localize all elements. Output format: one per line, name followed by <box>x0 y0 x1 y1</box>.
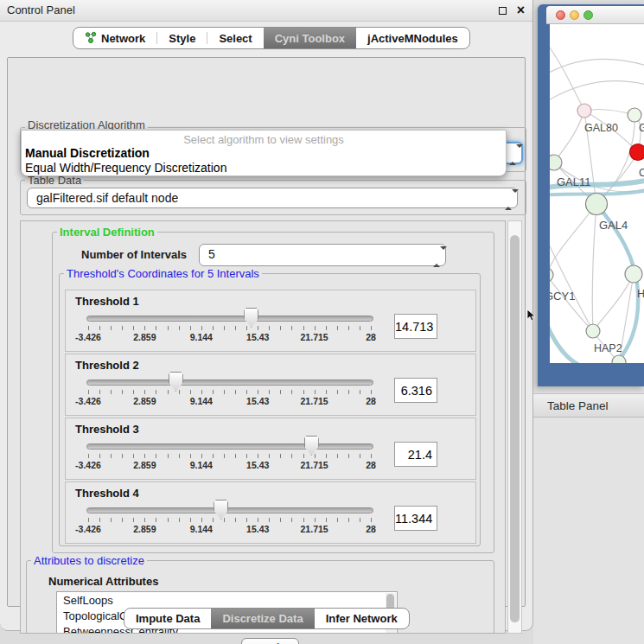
red-node[interactable] <box>630 144 644 161</box>
slider-tick <box>133 518 134 522</box>
tab-style[interactable]: Style <box>157 28 207 48</box>
tab-jactivemnodules[interactable]: jActiveMNodules <box>356 28 469 48</box>
edge[interactable] <box>592 204 596 331</box>
left-node[interactable] <box>550 155 562 170</box>
threshold-4-slider-thumb[interactable] <box>214 500 228 520</box>
list-item-selfloops[interactable]: SelfLoops <box>57 592 397 608</box>
right-node[interactable] <box>625 265 642 283</box>
control-panel-titlebar: Control Panel × <box>0 0 532 22</box>
slider-tick <box>348 454 349 458</box>
slider-tick <box>190 518 191 522</box>
tab-cyni-toolbox[interactable]: Cyni Toolbox <box>264 28 356 48</box>
slider-tick <box>224 326 225 330</box>
edge[interactable] <box>550 59 644 76</box>
slider-tick <box>360 518 360 522</box>
slider-tick-label: 15.43 <box>246 460 269 470</box>
slider-tick <box>190 390 191 394</box>
float-window-icon[interactable] <box>499 7 507 15</box>
node-label-gal11: GAL11 <box>557 175 591 188</box>
edge[interactable] <box>593 274 634 331</box>
threshold-4-slider-track[interactable] <box>86 507 373 513</box>
slider-tick <box>235 390 236 394</box>
edge[interactable] <box>550 275 593 331</box>
slider-tick <box>246 326 247 330</box>
slider-tick <box>111 454 112 458</box>
threshold-1-slider-thumb[interactable] <box>244 308 258 328</box>
node-label-gal80: GAL80 <box>584 122 618 134</box>
slider-tick-label: 2.859 <box>133 332 156 342</box>
control-panel-title: Control Panel <box>7 3 75 16</box>
number-of-intervals-combobox[interactable]: 5 <box>199 244 446 266</box>
network-canvas[interactable]: GAL80GCGAL11GAL4GCY1HHAP2 <box>550 24 644 363</box>
network-window-titlebar[interactable] <box>546 6 644 24</box>
slider-tick <box>315 390 316 394</box>
slider-tick <box>326 326 327 330</box>
stepper-icon <box>509 148 515 158</box>
threshold-3-slider-thumb[interactable] <box>304 436 319 456</box>
bottom-tab-discretize-data[interactable]: Discretize Data <box>211 609 314 628</box>
popup-item-manual-discretization[interactable]: Manual Discretization <box>22 146 506 161</box>
slider-tick-label: 21.715 <box>301 396 328 406</box>
edge[interactable] <box>554 111 584 163</box>
bottom-tab-impute-data[interactable]: Impute Data <box>124 609 211 628</box>
edge[interactable] <box>550 41 584 111</box>
top-right-node[interactable] <box>628 108 641 122</box>
slider-tick <box>201 454 202 458</box>
slider-tick <box>133 454 134 458</box>
close-traffic-light-icon[interactable] <box>556 10 565 20</box>
network-icon <box>85 31 97 46</box>
slider-tick <box>190 454 191 458</box>
edge[interactable] <box>584 109 634 115</box>
tab-network[interactable]: Network <box>73 28 156 48</box>
slider-tick <box>326 518 327 522</box>
edge[interactable] <box>550 232 593 331</box>
threshold-3-slider-track[interactable] <box>86 443 373 450</box>
popup-hint-item[interactable]: Select algorithm to view settings <box>22 131 506 146</box>
slider-tick <box>235 454 236 458</box>
edge[interactable] <box>550 81 644 104</box>
threshold-1-slider-track[interactable] <box>86 316 373 322</box>
vertical-scrollbar[interactable] <box>507 220 522 634</box>
slider-tick <box>269 518 270 522</box>
hap2-node[interactable] <box>586 324 600 338</box>
table-panel-title: Table Panel <box>547 399 609 412</box>
slider-tick-label: 28 <box>366 460 376 470</box>
popup-item-equal-width-frequency[interactable]: Equal Width/Frequency Discretization <box>22 161 506 175</box>
threshold-4-value-field[interactable]: 11.344 <box>394 506 437 531</box>
threshold-3-value-field[interactable]: 21.4 <box>394 442 437 467</box>
threshold-2-slider-thumb[interactable] <box>169 372 183 392</box>
slider-tick <box>269 390 270 394</box>
bottom-tab-label: Discretize Data <box>222 612 303 625</box>
close-icon[interactable]: × <box>517 2 525 19</box>
zoom-traffic-light-icon[interactable] <box>583 10 593 20</box>
slider-tick <box>156 454 156 458</box>
tab-select[interactable]: Select <box>207 28 263 48</box>
gal80-node[interactable] <box>577 104 591 118</box>
threshold-1-value-field[interactable]: 14.713 <box>394 314 437 339</box>
slider-tick <box>371 326 372 330</box>
left-half-node[interactable] <box>550 268 553 282</box>
bottom-tab-infer-network[interactable]: Infer Network <box>315 609 409 628</box>
slider-tick <box>360 326 360 330</box>
slider-tick-label: 9.144 <box>190 332 213 342</box>
slider-tick <box>326 454 327 458</box>
minimize-traffic-light-icon[interactable] <box>570 10 579 20</box>
teal-edge[interactable] <box>550 309 580 363</box>
vertical-scrollbar-thumb[interactable] <box>510 235 520 622</box>
slider-tick <box>360 454 360 458</box>
slider-tick <box>303 518 304 522</box>
stepper-icon <box>505 193 511 203</box>
slider-tick <box>179 454 180 458</box>
gal4-node[interactable] <box>586 194 608 215</box>
threshold-2-value-field[interactable]: 6.316 <box>394 378 437 403</box>
table-data-combobox[interactable]: galFiltered.sif default node <box>27 188 518 208</box>
threshold-2-slider-track[interactable] <box>86 379 373 386</box>
slider-tick <box>122 518 123 522</box>
mouse-cursor <box>526 309 537 322</box>
edge[interactable] <box>550 204 596 275</box>
edge[interactable] <box>596 204 634 274</box>
threshold-3-label: Threshold 3 <box>75 423 139 436</box>
slider-tick <box>337 454 338 458</box>
slider-tick <box>111 518 112 522</box>
apply-button[interactable]: Apply <box>241 638 299 644</box>
